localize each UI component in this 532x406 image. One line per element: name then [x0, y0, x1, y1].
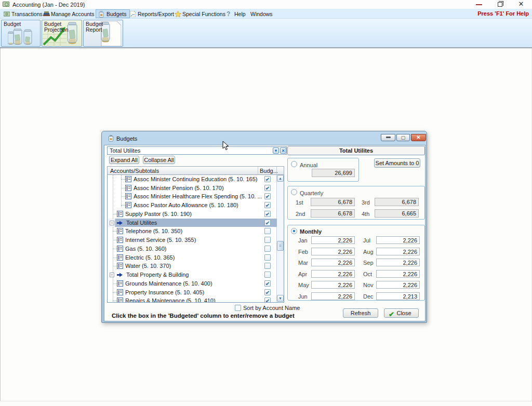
budgeted-checkbox[interactable]: ✔ [264, 220, 271, 226]
tree-row-label: Assoc Minister Pension (5. 10. 170) [134, 185, 224, 191]
month-input[interactable]: 2,226 [311, 236, 355, 244]
window-titlebar: Accounting (Jan - Dec 2019) ✕ [0, 0, 532, 9]
tree-line [113, 258, 117, 258]
month-input[interactable]: 2,226 [376, 281, 420, 289]
budgeted-checkbox[interactable]: ✔ [264, 211, 271, 217]
budgeted-checkbox[interactable] [264, 228, 271, 234]
month-input[interactable]: 2,226 [311, 259, 355, 266]
menu-transactions[interactable]: Transactions [1, 9, 45, 18]
month-input[interactable]: 2,226 [311, 248, 355, 255]
tree-row-account[interactable]: Assoc Minister Pension (5. 10. 170)✔ [108, 184, 277, 193]
month-input[interactable]: 2,213 [376, 292, 420, 300]
menu-special-functions[interactable]: Special Functions [172, 9, 228, 18]
tree-row-account[interactable]: Assoc Pastor Auto Allowance (5. 10. 180)… [108, 201, 277, 210]
scroll-up-icon[interactable]: ▲ [277, 175, 284, 182]
tree-header-budgeted[interactable]: Budg... [258, 167, 277, 174]
dialog-minimize-button[interactable] [381, 134, 395, 141]
tree-row-account[interactable]: Telephone (5. 10. 350) [108, 227, 277, 236]
scroll-thumb[interactable]: ≡ [277, 241, 284, 251]
tree-scrollbar[interactable]: ▲ ▼ ≡ [276, 175, 284, 302]
report-icon [130, 11, 136, 17]
budgeted-checkbox[interactable]: ✔ [264, 297, 271, 303]
tree-row-account[interactable]: Grounds Maintenance (5. 10. 400)✔ [108, 279, 277, 288]
window-close-icon[interactable]: ✕ [517, 0, 525, 8]
month-input[interactable]: 2,226 [311, 270, 355, 278]
tree-row-total[interactable]: −Total Property & Building [108, 270, 277, 279]
month-input[interactable]: 2,226 [376, 248, 420, 255]
sort-label: Sort by Account Name [243, 305, 300, 311]
close-button[interactable]: ✔ Close [384, 308, 419, 318]
budgeted-checkbox[interactable]: ✔ [264, 289, 271, 295]
quarter-label: 1st [296, 199, 303, 206]
annual-input[interactable]: 26,699 [312, 169, 355, 177]
tree-row-account[interactable]: Water (5. 10. 370) [108, 262, 277, 270]
toolbar-budget-projection-button[interactable]: Budget Projection [42, 20, 82, 47]
collapse-all-button[interactable]: Collapse All [143, 156, 175, 164]
tree-row-account[interactable]: Repairs & Maintenance (5. 10. 410)✔ [108, 296, 277, 303]
money-icon [4, 11, 10, 17]
month-label: Jun [298, 293, 308, 300]
budgeted-checkbox[interactable] [264, 272, 271, 278]
tree-line [113, 214, 117, 214]
account-icon [117, 297, 123, 303]
sort-checkbox[interactable] [235, 305, 241, 311]
budgeted-checkbox[interactable]: ✔ [264, 193, 271, 199]
quarterly-radio[interactable] [291, 189, 297, 195]
tree-row-account[interactable]: Electric (5. 10. 365) [108, 253, 277, 262]
tree-row-total[interactable]: −Total Utilites✔ [108, 219, 277, 227]
dialog-maximize-button[interactable]: ▢ [396, 134, 410, 141]
toolbar-budget-button[interactable]: Budget [1, 20, 41, 47]
dialog-close-button[interactable]: ✕ [411, 134, 426, 141]
quarter-input[interactable]: 6,665 [375, 209, 419, 218]
tree-line [113, 231, 117, 232]
menu-windows[interactable]: Windows [248, 9, 275, 18]
toolbar-budget-report-button[interactable]: Budget Report [83, 20, 123, 47]
menu-reports-export[interactable]: Reports/Export [127, 9, 177, 18]
tree-row-account[interactable]: Gas (5. 10. 360) [108, 245, 277, 253]
annual-radio[interactable] [291, 161, 297, 167]
budgeted-checkbox[interactable] [264, 263, 271, 269]
tree-row-account[interactable]: Supply Pastor (5. 10. 190)✔ [108, 210, 277, 219]
tree-row-account[interactable]: Internet Service (5. 10. 355) [108, 236, 277, 245]
menu-help[interactable]: ? Help [224, 9, 248, 18]
month-input[interactable]: 2,226 [376, 236, 420, 244]
month-input[interactable]: 2,226 [311, 281, 355, 289]
budgeted-checkbox[interactable] [264, 237, 271, 243]
window-minimize-icon[interactable] [476, 4, 482, 5]
scroll-down-icon[interactable]: ▼ [277, 295, 284, 302]
quarter-input[interactable]: 6,678 [375, 198, 419, 206]
quarter-input[interactable]: 6,678 [311, 198, 355, 206]
budgeted-checkbox[interactable] [264, 254, 271, 261]
month-label: Sep [363, 260, 374, 266]
monthly-radio[interactable] [291, 228, 297, 234]
menu-label: Reports/Export [138, 11, 174, 17]
month-label: Apr [298, 271, 307, 277]
expand-all-button[interactable]: Expand All [109, 156, 139, 164]
set-amounts-to-0-button[interactable]: Set Amounts to 0 [374, 158, 420, 168]
tree-row-account[interactable]: Assoc Minister Healthcare Flex Spending … [108, 192, 277, 201]
subtotal-combobox[interactable]: Total Utilites ▼ ✕ [107, 146, 287, 155]
budgeted-checkbox[interactable]: ✔ [264, 185, 271, 191]
tree-header-accounts[interactable]: Accounts/Subtotals [108, 167, 258, 174]
budgeted-checkbox[interactable]: ✔ [264, 176, 271, 182]
budgeted-checkbox[interactable]: ✔ [264, 202, 271, 208]
menu-manage-accounts[interactable]: Manage Accounts [41, 9, 97, 18]
budgeted-checkbox[interactable] [264, 246, 271, 252]
tree-row-account[interactable]: Property Insurance (5. 10. 405)✔ [108, 288, 277, 297]
month-input[interactable]: 2,226 [376, 270, 420, 278]
collapse-expander-icon[interactable]: − [110, 273, 114, 277]
menu-budgets[interactable]: Budgets [96, 9, 130, 18]
month-input[interactable]: 2,226 [311, 292, 355, 300]
refresh-button[interactable]: Refresh [343, 308, 378, 318]
window-maximize-icon[interactable] [498, 2, 502, 7]
budgets-dialog: Budgets ▢ ✕ Total Utilites ▼ ✕ Expand Al… [101, 131, 427, 323]
menu-label: Budgets [107, 11, 127, 17]
clear-icon[interactable]: ✕ [280, 147, 286, 154]
month-input[interactable]: 2,226 [376, 259, 420, 266]
tree-row-account[interactable]: Assoc Minister Continuing Education (5. … [108, 175, 277, 184]
account-icon [117, 263, 123, 269]
budgeted-checkbox[interactable]: ✔ [264, 280, 271, 287]
chevron-down-icon[interactable]: ▼ [273, 147, 279, 154]
quarter-input[interactable]: 6,678 [311, 209, 355, 218]
collapse-expander-icon[interactable]: − [110, 221, 114, 225]
